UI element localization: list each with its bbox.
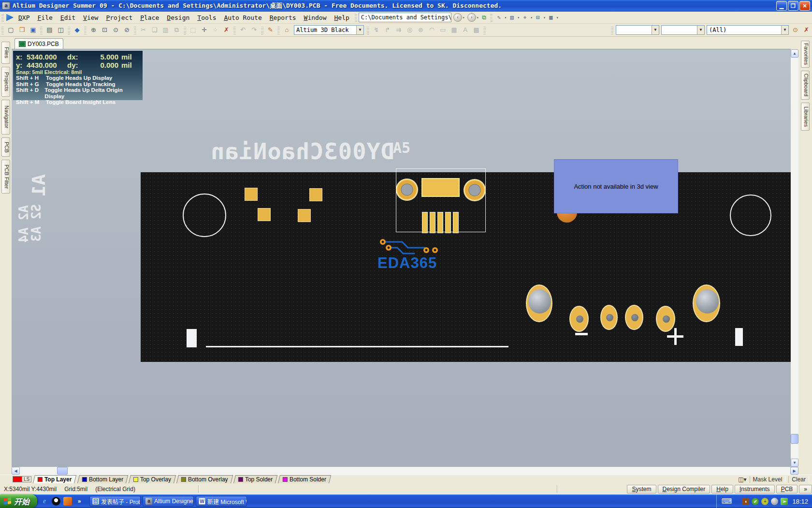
sidebar-tab-clipboard[interactable]: Clipboard	[801, 71, 810, 100]
sidebar-tab-favorites[interactable]: Favorites	[801, 41, 810, 68]
chevron-down-icon[interactable]: ▾	[517, 15, 520, 20]
small-oval-pad[interactable]	[625, 305, 643, 330]
toolbar-grip[interactable]	[1, 14, 4, 22]
eda365-logo-traces[interactable]	[377, 237, 445, 256]
apply-filter-icon[interactable]: ⊙	[790, 25, 801, 35]
deselect-icon[interactable]: ⁘	[210, 25, 221, 35]
through-hole-pad[interactable]	[396, 179, 418, 201]
clear-mask-button[interactable]: Clear	[788, 476, 809, 483]
plus-silkscreen-mark[interactable]	[674, 328, 677, 345]
eda365-logo-text[interactable]: EDA365	[377, 254, 437, 272]
document-tab[interactable]: DY003.PCB	[14, 38, 63, 49]
toolbar-grip[interactable]	[40, 26, 43, 34]
sidebar-tab-pcb[interactable]: PCB	[1, 137, 10, 157]
layer-tab-top-layer[interactable]: Top Layer	[33, 475, 77, 483]
polygon-icon[interactable]: ▦	[449, 25, 460, 35]
layer-set-label[interactable]: LS	[22, 476, 31, 482]
layer-tab-bottom-layer[interactable]: Bottom Layer	[77, 475, 129, 483]
small-oval-pad[interactable]	[656, 306, 675, 332]
component-filter-combo[interactable]: ▼	[661, 25, 705, 35]
mask-filter-combo[interactable]: (All) ▼	[707, 25, 789, 35]
view-3d-icon[interactable]: ◆	[72, 25, 83, 35]
connector-pin-pad[interactable]	[445, 212, 451, 233]
chevron-down-icon[interactable]: ▼	[697, 26, 704, 34]
panel-button-more[interactable]: »	[799, 485, 812, 493]
smd-pad-large[interactable]	[421, 178, 460, 197]
print-preview-icon[interactable]: ◫	[55, 25, 66, 35]
designator-a4[interactable]: A4	[16, 227, 31, 242]
paste-icon[interactable]: ▥	[160, 25, 171, 35]
toolbar-grip[interactable]	[277, 26, 280, 34]
chevron-down-icon[interactable]: ▾	[543, 15, 546, 20]
toolbar-grip[interactable]	[483, 26, 486, 34]
redo-icon[interactable]: ↷	[248, 25, 260, 35]
document-path-combo[interactable]: C:\Documents and Settings\Admir ▼	[359, 13, 451, 22]
panel-button-system[interactable]: System	[627, 485, 656, 493]
silkscreen-bar[interactable]	[735, 328, 743, 346]
taskbar-task-altium[interactable]: a Altium Designer ...	[143, 496, 194, 507]
forward-dropdown-icon[interactable]: ▾	[477, 15, 479, 20]
panel-button-pcb[interactable]: PCB	[776, 485, 798, 493]
string-icon[interactable]: A	[460, 25, 471, 35]
connector-pin-pad[interactable]	[437, 212, 443, 233]
chevron-down-icon[interactable]: ▾	[504, 15, 507, 20]
mask-level-button[interactable]: Mask Level	[750, 476, 786, 483]
smd-pad[interactable]	[298, 209, 311, 222]
layer-tab-top-solder[interactable]: Top Solder	[233, 475, 278, 483]
gray-ball-icon[interactable]	[771, 498, 778, 505]
small-oval-pad[interactable]	[600, 305, 618, 330]
zoom-filter-icon[interactable]: ⊘	[121, 25, 132, 35]
menu-item-autoroute[interactable]: Auto Route	[220, 13, 265, 23]
taskbar-task-forum[interactable]: 回 发表帖子 - Prote...	[89, 496, 141, 507]
net-filter-combo[interactable]: ▼	[616, 25, 659, 35]
start-button[interactable]: 开始	[0, 494, 37, 508]
via-icon[interactable]: ⊚	[415, 25, 426, 35]
horizontal-scrollbar[interactable]: ◀ ▶	[12, 467, 798, 475]
toolbar-grip[interactable]	[1, 26, 4, 34]
toolbar-grip[interactable]	[134, 26, 136, 34]
small-oval-pad[interactable]	[569, 306, 589, 332]
back-button[interactable]: ‹	[453, 13, 462, 22]
scroll-left-icon[interactable]: ◀	[12, 467, 20, 475]
pad-icon[interactable]: ◎	[404, 25, 415, 35]
menu-item-edit[interactable]: Edit	[57, 13, 79, 23]
smd-pad[interactable]	[309, 188, 322, 201]
toolbar-grip[interactable]	[184, 26, 186, 34]
mounting-hole-right[interactable]	[730, 194, 771, 236]
toolbar-grip[interactable]	[367, 26, 369, 34]
markup-tools-icon[interactable]: ✎	[494, 13, 504, 22]
menu-item-file[interactable]: File	[33, 13, 56, 23]
wizard-icon[interactable]: ✎	[265, 25, 276, 35]
browse-library-icon[interactable]: ⌂	[281, 25, 292, 35]
find-icon[interactable]: ⌖	[520, 13, 530, 22]
chevron-down-icon[interactable]: ▼	[781, 26, 788, 34]
paste-array-icon[interactable]: ⧉	[171, 25, 182, 35]
designator-a5[interactable]: A5	[393, 139, 410, 156]
mounting-hole-left[interactable]	[183, 194, 226, 237]
back-dropdown-icon[interactable]: ▾	[463, 15, 465, 20]
diff-pair-route-icon[interactable]: ⇉	[393, 25, 404, 35]
menu-item-window[interactable]: Window	[300, 13, 331, 23]
sidebar-tab-projects[interactable]: Projects	[1, 67, 10, 97]
safety-plus-icon[interactable]: +	[761, 498, 768, 505]
route-icon[interactable]: ↯	[371, 25, 382, 35]
print-icon[interactable]: ▤	[44, 25, 55, 35]
layer-tab-bottom-solder[interactable]: Bottom Solder	[278, 475, 331, 483]
zoom-area-icon[interactable]: ⊡	[99, 25, 110, 35]
vertical-scrollbar[interactable]: ▲ ▼	[791, 49, 798, 467]
silkscreen-text-mirrored[interactable]: DY003ChaoNian	[215, 138, 394, 164]
pcb-3d-canvas[interactable]: DY003ChaoNian A5 A1 S2 A2 A3 A4 EDA365	[12, 49, 791, 467]
chevron-down-icon[interactable]: ▼	[356, 26, 363, 34]
panel-button-instruments[interactable]: Instruments	[735, 485, 775, 493]
panel-button-design-compiler[interactable]: Design Compiler	[658, 485, 710, 493]
chevron-down-icon[interactable]: ▾	[530, 15, 533, 20]
menu-item-project[interactable]: Project	[102, 13, 136, 23]
cut-icon[interactable]: ✂	[138, 25, 149, 35]
shield-icon[interactable]: ✓	[752, 498, 759, 505]
menu-item-reports[interactable]: Reports	[266, 13, 300, 23]
toolbar-grip[interactable]	[84, 26, 87, 34]
mail-icon[interactable]	[63, 497, 72, 506]
connector-pin-pad[interactable]	[453, 212, 459, 233]
panel-button-help[interactable]: Help	[711, 485, 733, 493]
maximize-button[interactable]: ❐	[788, 1, 798, 11]
